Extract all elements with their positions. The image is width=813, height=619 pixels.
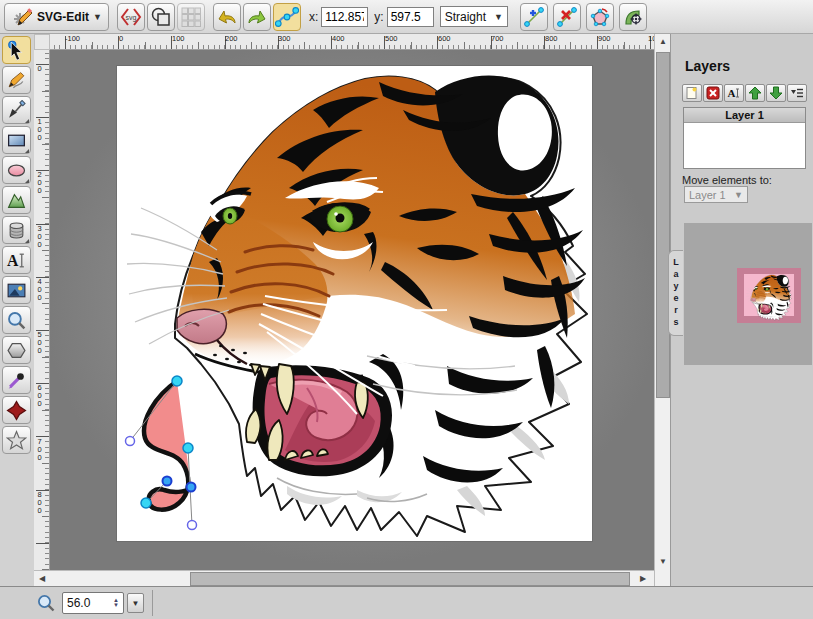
canvas-navigator	[684, 223, 812, 365]
new-layer-button[interactable]	[682, 84, 702, 102]
open-path-button[interactable]	[586, 3, 614, 31]
ruler-label: -100	[65, 34, 80, 43]
ruler-label: 600	[35, 383, 44, 407]
tool-polygon[interactable]	[2, 186, 31, 214]
ruler-label: 200	[35, 170, 44, 194]
tool-shape-library[interactable]	[2, 216, 31, 244]
vertical-scrollbar-thumb[interactable]	[656, 52, 670, 398]
convert-to-path-button[interactable]	[619, 3, 647, 31]
select-caret-icon: ▼	[494, 12, 503, 22]
rename-layer-button[interactable]: A	[724, 84, 744, 102]
ruler-label: 300	[35, 224, 44, 248]
path-handle-node[interactable]	[188, 521, 197, 530]
path-anchor-node[interactable]	[183, 443, 193, 453]
undo-icon	[216, 6, 238, 28]
image-tool-icon	[6, 280, 27, 301]
tool-palette: A	[0, 34, 34, 586]
canvas-thumbnail[interactable]	[737, 268, 801, 323]
source-code-icon: svg	[120, 6, 142, 28]
scroll-left-icon[interactable]: ◀	[39, 575, 45, 583]
path-handle-node[interactable]	[126, 437, 135, 446]
scroll-up-icon[interactable]: ▲	[659, 38, 667, 46]
horizontal-ruler: -100 0 100 200 300 400 500 600 700 800 9…	[50, 34, 654, 50]
layer-row[interactable]: Layer 1	[684, 108, 805, 123]
source-code-button[interactable]: svg	[117, 3, 145, 31]
svg-text:svg: svg	[125, 14, 136, 22]
ruler-label: 900	[598, 34, 611, 43]
tool-pencil[interactable]	[2, 66, 31, 94]
rectangle-tool-icon	[6, 130, 27, 151]
svg-edit-logo-icon	[11, 6, 33, 28]
tool-eyedropper[interactable]	[2, 366, 31, 394]
fill-tool-icon	[6, 400, 27, 421]
redo-button[interactable]	[243, 3, 271, 31]
tool-select[interactable]	[2, 36, 31, 64]
ruler-label: 100	[35, 117, 44, 141]
horizontal-scrollbar-thumb[interactable]	[190, 572, 630, 586]
scroll-right-icon[interactable]: ▶	[640, 575, 646, 583]
move-elements-label: Move elements to:	[682, 174, 772, 186]
move-layer-down-button[interactable]	[766, 84, 786, 102]
canvas-workspace[interactable]	[50, 50, 654, 570]
convert-to-path-icon	[622, 6, 644, 28]
delete-layer-button[interactable]	[703, 84, 723, 102]
layer-down-icon	[769, 86, 783, 100]
svg-text:A: A	[728, 87, 736, 99]
scroll-down-icon[interactable]: ▼	[659, 558, 667, 566]
ruler-label: 800	[545, 34, 558, 43]
path-anchor-node[interactable]	[163, 477, 172, 486]
delete-layer-icon	[706, 86, 720, 100]
text-tool-icon: A	[6, 250, 27, 271]
edit-node-tool-button[interactable]	[273, 3, 301, 31]
layers-tab-handle[interactable]: Layers	[668, 250, 683, 336]
hexagon-tool-icon	[6, 340, 27, 361]
rename-layer-icon: A	[727, 86, 741, 100]
y-coordinate-input[interactable]	[387, 7, 434, 27]
layer-list[interactable]: Layer 1	[683, 107, 806, 169]
add-node-icon	[523, 6, 545, 28]
ruler-label: 100	[172, 34, 185, 43]
tool-image[interactable]	[2, 276, 31, 304]
shape-library-icon	[6, 220, 27, 241]
undo-button[interactable]	[213, 3, 241, 31]
edit-path-overlay[interactable]	[126, 376, 197, 530]
grid-icon	[180, 6, 202, 28]
select-tool-icon	[6, 40, 27, 61]
shapes-button[interactable]	[147, 3, 175, 31]
spinner-icon[interactable]: ▲▼	[113, 598, 119, 608]
ruler-label: 700	[491, 34, 504, 43]
path-anchor-node[interactable]	[172, 376, 182, 386]
ruler-label: 0	[119, 34, 123, 43]
main-toolbar: SVG-Edit ▼ svg	[0, 0, 813, 34]
zoom-preset-dropdown[interactable]: ▼	[127, 593, 144, 613]
tool-text[interactable]: A	[2, 246, 31, 274]
segment-type-select[interactable]: Straight ▼	[440, 6, 508, 27]
tool-ellipse[interactable]	[2, 156, 31, 184]
ruler-label: 0	[35, 64, 44, 72]
horizontal-scrollbar[interactable]: ◀ ▶	[34, 570, 654, 586]
tool-hexagon[interactable]	[2, 336, 31, 364]
tool-line[interactable]	[2, 96, 31, 124]
move-elements-select[interactable]: Layer 1 ▼	[684, 186, 748, 203]
zoom-level-input[interactable]: 56.0 ▲▼	[62, 592, 124, 614]
logo-label: SVG-Edit	[37, 10, 89, 24]
tool-fill[interactable]	[2, 396, 31, 424]
tool-zoom[interactable]	[2, 306, 31, 334]
layer-menu-icon	[790, 86, 804, 100]
delete-node-button[interactable]	[553, 3, 581, 31]
move-layer-up-button[interactable]	[745, 84, 765, 102]
layer-buttons: A	[682, 84, 807, 102]
layer-menu-button[interactable]	[787, 84, 807, 102]
ruler-label: 200	[225, 34, 238, 43]
grid-button[interactable]	[177, 3, 205, 31]
path-anchor-node[interactable]	[141, 498, 151, 508]
tool-star[interactable]	[2, 426, 31, 454]
tool-rectangle[interactable]	[2, 126, 31, 154]
ruler-label: 800	[35, 490, 44, 514]
main-menu-button[interactable]: SVG-Edit ▼	[4, 3, 109, 31]
drawing-canvas[interactable]	[117, 66, 592, 541]
svg-text:A: A	[7, 252, 19, 269]
path-anchor-node[interactable]	[187, 483, 196, 492]
add-node-button[interactable]	[520, 3, 548, 31]
x-coordinate-input[interactable]	[321, 7, 368, 27]
